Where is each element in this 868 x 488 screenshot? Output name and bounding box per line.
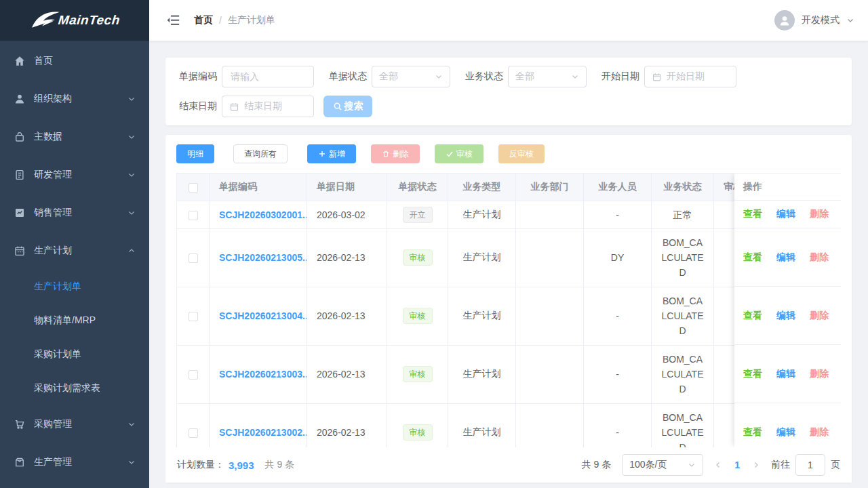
unaudit-button[interactable]: 反审核 <box>498 144 545 163</box>
sidebar-fold-icon[interactable] <box>167 14 180 26</box>
audit-button-label: 审核 <box>456 148 473 160</box>
end-date-picker[interactable]: 结束日期 <box>222 96 314 117</box>
biz-dept-cell <box>516 403 584 447</box>
filter-biz-status: 业务状态 全部 <box>460 66 587 87</box>
row-checkbox[interactable] <box>189 253 198 263</box>
submenu-item-label: 生产计划单 <box>34 281 81 293</box>
edit-link[interactable]: 编辑 <box>776 426 795 439</box>
view-link[interactable]: 查看 <box>743 208 762 220</box>
sidebar-item-sales-management[interactable]: 销售管理 <box>0 194 149 232</box>
biz-dept-cell <box>516 345 584 403</box>
view-link[interactable]: 查看 <box>743 310 762 322</box>
biz-person-cell: - <box>584 287 652 345</box>
col-operations: 操作 <box>734 174 841 201</box>
select-all-checkbox[interactable] <box>189 183 198 192</box>
sidebar-item-production-plan[interactable]: 生产计划 <box>0 232 149 270</box>
biz-type-cell: 生产计划 <box>448 345 516 403</box>
add-button-label: 新增 <box>329 148 345 160</box>
page-size-select[interactable]: 100条/页 <box>622 454 703 476</box>
query-all-button[interactable]: 查询所有 <box>233 144 288 163</box>
delete-link[interactable]: 删除 <box>810 208 829 220</box>
detail-button[interactable]: 明细 <box>176 144 214 163</box>
chevron-down-icon <box>846 16 854 24</box>
delete-link[interactable]: 删除 <box>810 251 829 264</box>
col-doc-status: 单据状态 <box>387 174 448 201</box>
brand-logo: MainTech <box>0 0 149 41</box>
trash-icon <box>382 150 390 158</box>
biz-person-cell: - <box>584 403 652 447</box>
doc-code-input[interactable] <box>222 66 314 87</box>
sidebar: MainTech 首页 组织架构 主数据 研发管理 销售管理 生产 <box>0 0 149 488</box>
sidebar-item-master-data[interactable]: 主数据 <box>0 118 149 156</box>
sidebar-item-rd-management[interactable]: 研发管理 <box>0 156 149 194</box>
breadcrumb-home[interactable]: 首页 <box>194 14 213 26</box>
sidebar-item-organization[interactable]: 组织架构 <box>0 80 149 118</box>
col-doc-date: 单据日期 <box>307 174 387 201</box>
sidebar-item-label: 生产计划 <box>34 245 127 257</box>
sidebar-item-purchase-plan-demand[interactable]: 采购计划需求表 <box>0 371 149 405</box>
start-date-picker[interactable]: 开始日期 <box>644 66 736 87</box>
biz-person-cell: - <box>584 345 652 403</box>
chevron-down-icon <box>127 95 136 103</box>
edit-link[interactable]: 编辑 <box>776 208 795 220</box>
row-checkbox[interactable] <box>189 370 198 380</box>
view-link[interactable]: 查看 <box>743 368 762 380</box>
view-link[interactable]: 查看 <box>743 426 762 439</box>
chevron-down-icon <box>127 171 136 179</box>
row-operations: 查看 编辑 删除 <box>734 345 841 403</box>
doc-code-link[interactable]: SCJH20260213005... <box>210 228 307 287</box>
sidebar-item-production-plan-order[interactable]: 生产计划单 <box>0 270 149 304</box>
biz-dept-cell <box>516 228 584 287</box>
delete-link[interactable]: 删除 <box>810 310 829 322</box>
add-button[interactable]: 新增 <box>307 144 356 163</box>
row-checkbox[interactable] <box>189 211 198 220</box>
view-link[interactable]: 查看 <box>743 251 762 264</box>
user-icon <box>14 93 26 105</box>
document-icon <box>14 169 26 181</box>
audit-button[interactable]: 审核 <box>435 144 484 163</box>
edit-link[interactable]: 编辑 <box>776 251 795 264</box>
brand-name: MainTech <box>57 13 120 28</box>
current-page[interactable]: 1 <box>734 460 740 470</box>
row-checkbox[interactable] <box>189 428 198 438</box>
calendar-icon <box>229 102 239 112</box>
sidebar-item-purchase-management[interactable]: 采购管理 <box>0 405 149 443</box>
edit-link[interactable]: 编辑 <box>776 310 795 322</box>
page-size-value: 100条/页 <box>629 459 667 471</box>
goto-page-input[interactable] <box>795 454 825 476</box>
chevron-down-icon <box>127 458 136 466</box>
box-icon <box>14 456 26 468</box>
pager: 1 <box>714 460 760 470</box>
home-icon <box>14 55 26 67</box>
row-checkbox[interactable] <box>189 312 198 321</box>
doc-code-link[interactable]: SCJH20260213004... <box>210 287 307 345</box>
search-icon <box>333 102 342 111</box>
user-menu[interactable]: 开发模式 <box>774 10 854 30</box>
filter-end-date: 结束日期 结束日期 <box>174 96 314 117</box>
doc-code-link[interactable]: SCJH20260213002... <box>210 403 307 447</box>
edit-link[interactable]: 编辑 <box>776 368 795 380</box>
biz-type-cell: 生产计划 <box>448 287 516 345</box>
filter-panel: 单据编码 单据状态 全部 业务状态 全部 <box>165 58 852 125</box>
filter-row-2: 结束日期 结束日期 搜索 <box>174 96 844 117</box>
sidebar-item-label: 采购管理 <box>34 418 127 430</box>
sidebar-item-home[interactable]: 首页 <box>0 42 149 80</box>
delete-button[interactable]: 删除 <box>371 144 420 163</box>
doc-code-link[interactable]: SCJH20260213003... <box>210 345 307 403</box>
sidebar-item-bom-mrp[interactable]: 物料清单/MRP <box>0 304 149 338</box>
delete-link[interactable]: 删除 <box>810 426 829 439</box>
doc-code-link[interactable]: SCJH20260302001... <box>210 201 307 228</box>
prev-page-icon[interactable] <box>714 461 722 469</box>
sidebar-item-production-management[interactable]: 生产管理 <box>0 443 149 481</box>
pagination-bar: 计划数量： 3,993 共 9 条 共 9 条 100条/页 1 <box>165 447 852 483</box>
sidebar-item-purchase-plan-order[interactable]: 采购计划单 <box>0 338 149 371</box>
search-button-label: 搜索 <box>344 100 363 113</box>
start-date-label: 开始日期 <box>596 70 639 83</box>
doc-date-cell: 2026-02-13 <box>307 403 387 447</box>
search-button[interactable]: 搜索 <box>323 96 372 117</box>
biz-type-cell: 生产计划 <box>448 201 516 228</box>
delete-link[interactable]: 删除 <box>810 368 829 380</box>
next-page-icon[interactable] <box>752 461 760 469</box>
biz-status-select[interactable]: 全部 <box>508 66 587 87</box>
doc-status-select[interactable]: 全部 <box>372 66 450 87</box>
